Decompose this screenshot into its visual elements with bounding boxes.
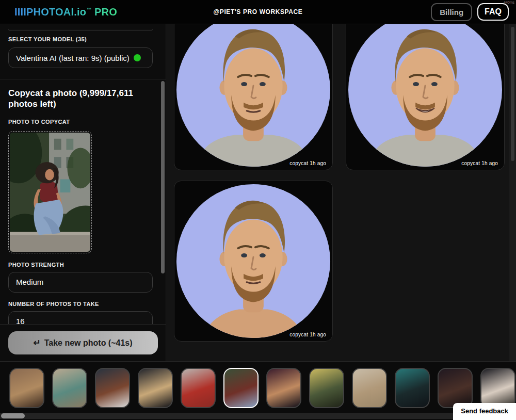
model-thumbnail-beige-turtleneck[interactable] bbox=[352, 368, 387, 408]
model-select-label: SELECT YOUR MODEL (35) bbox=[8, 36, 87, 42]
model-thumbnail-dark-portrait[interactable] bbox=[438, 368, 473, 408]
photo-count-value: 16 bbox=[16, 317, 25, 324]
generated-photo-image bbox=[174, 24, 332, 170]
generated-photo-card-3[interactable]: copycat 1h ago bbox=[174, 181, 333, 342]
photo-count-label: NUMBER OF PHOTOS TO TAKE bbox=[8, 301, 157, 307]
copycat-source-image bbox=[10, 133, 90, 252]
generated-photo-3 bbox=[174, 181, 332, 341]
model-thumbnail-teal-jacket[interactable] bbox=[52, 368, 87, 408]
sidebar-footer: ↵ Take new photo (~41s) bbox=[0, 324, 166, 361]
header-actions: Billing FAQ bbox=[431, 3, 509, 21]
strip-scrollbar[interactable] bbox=[0, 413, 516, 419]
model-thumbnail-white-dress-night[interactable] bbox=[480, 368, 515, 408]
model-select-dropdown[interactable]: Valentina AI (last ran: 9s) (public) bbox=[8, 47, 153, 68]
photo-caption-2: copycat 1h ago bbox=[461, 160, 498, 166]
return-icon: ↵ bbox=[33, 337, 40, 348]
photo-count-input[interactable]: 16 bbox=[8, 311, 153, 324]
generated-photo-1 bbox=[174, 24, 332, 170]
photo-strength-dropdown[interactable]: Medium bbox=[8, 272, 153, 293]
model-status-online-icon bbox=[134, 54, 141, 61]
model-thumbnail-blonde-dark-top[interactable] bbox=[138, 368, 173, 408]
billing-button[interactable]: Billing bbox=[431, 3, 472, 21]
latency-readout: 440ms bbox=[504, 1, 514, 4]
photo-to-copycat-label: PHOTO TO COPYCAT bbox=[8, 119, 157, 125]
model-thumbnail-red-dress[interactable] bbox=[181, 368, 216, 408]
app-logo[interactable]: IIIIPHOTOAI.io™ PRO bbox=[14, 6, 117, 18]
model-select-value: Valentina AI (last ran: 9s) (public) bbox=[16, 54, 130, 62]
generated-photo-image bbox=[346, 24, 504, 170]
top-bar: IIIIPHOTOAI.io™ PRO @PIET'S PRO WORKSPAC… bbox=[0, 0, 516, 24]
generated-photo-image bbox=[174, 181, 332, 341]
main-scrollbar[interactable] bbox=[509, 24, 516, 361]
photo-strength-label: PHOTO STRENGTH bbox=[8, 262, 157, 268]
model-thumbnail-valentina-foliage[interactable] bbox=[223, 368, 259, 408]
photoai-app: 440ms IIIIPHOTOAI.io™ PRO @PIET'S PRO WO… bbox=[0, 0, 516, 420]
model-thumbnail-bae-watch-tank[interactable] bbox=[395, 368, 430, 408]
generated-photo-card-2[interactable]: copycat 1h ago bbox=[346, 24, 505, 170]
main-scrollbar-thumb[interactable] bbox=[511, 27, 514, 161]
photo-caption-3: copycat 1h ago bbox=[289, 332, 326, 337]
faq-button[interactable]: FAQ bbox=[477, 3, 509, 21]
workspace-title: @PIET'S PRO WORKSPACE bbox=[214, 8, 303, 15]
copycat-heading: Copycat a photo (9,999/17,611 photos lef… bbox=[8, 88, 158, 110]
model-thumbnail-sunglasses-portrait[interactable] bbox=[9, 368, 44, 408]
model-thumbnail-strip bbox=[0, 361, 516, 420]
photo-caption-1: copycat 1h ago bbox=[289, 160, 326, 166]
sidebar-divider bbox=[0, 79, 166, 79]
model-thumbnail-black-leather[interactable] bbox=[266, 368, 301, 408]
photo-strength-value: Medium bbox=[16, 278, 43, 286]
sidebar: SELECT YOUR MODEL (35) Valentina AI (las… bbox=[0, 24, 166, 361]
sidebar-scroll-area: SELECT YOUR MODEL (35) Valentina AI (las… bbox=[0, 24, 166, 324]
send-feedback-button[interactable]: Send feedback bbox=[453, 403, 516, 420]
strip-scrollbar-thumb[interactable] bbox=[1, 413, 25, 418]
generated-photos-area: copycat 1h ago copy bbox=[166, 24, 516, 361]
take-new-photo-label: Take new photo (~41s) bbox=[44, 338, 133, 348]
copycat-source-photo[interactable] bbox=[8, 131, 92, 253]
clipped-field-fragment bbox=[8, 29, 153, 31]
take-new-photo-button[interactable]: ↵ Take new photo (~41s) bbox=[8, 331, 158, 354]
generated-photo-2 bbox=[346, 24, 504, 170]
model-thumbnail-tree-sunset[interactable] bbox=[309, 368, 344, 408]
thumbnail-row bbox=[9, 368, 515, 408]
model-thumbnail-white-tee-grid[interactable] bbox=[95, 368, 130, 408]
sidebar-scrollbar[interactable] bbox=[161, 81, 165, 273]
generated-photo-card-1[interactable]: copycat 1h ago bbox=[174, 24, 333, 170]
